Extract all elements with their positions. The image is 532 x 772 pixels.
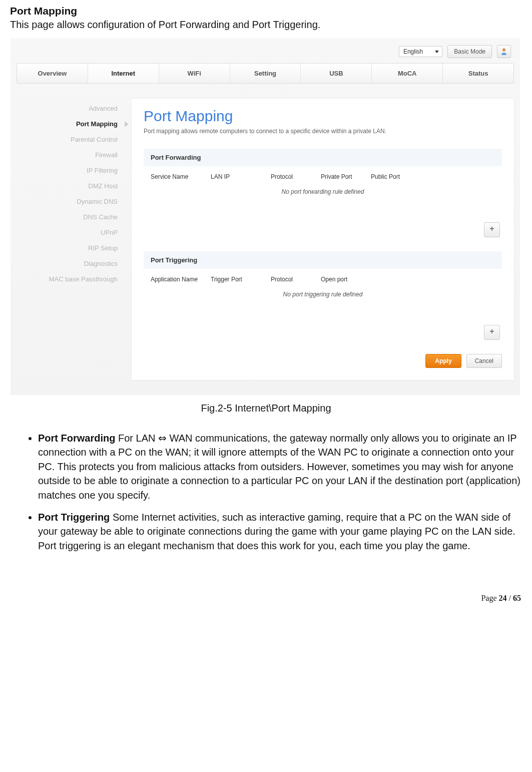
sidebar-item-dns-cache[interactable]: DNS Cache <box>17 209 122 225</box>
col-private-port: Private Port <box>321 173 366 180</box>
add-port-forwarding-button[interactable]: + <box>484 222 500 237</box>
nav-moca[interactable]: MoCA <box>372 64 443 83</box>
col-lan-ip: LAN IP <box>211 173 266 180</box>
bullet-port-forwarding: Port Forwarding For LAN ⇔ WAN communicat… <box>38 431 522 502</box>
nav-setting[interactable]: Setting <box>230 64 301 83</box>
main-nav: Overview Internet WiFi Setting USB MoCA … <box>17 63 514 84</box>
sidebar-item-ip-filtering[interactable]: IP Filtering <box>17 163 122 178</box>
bullet-lead: Port Forwarding <box>38 433 118 444</box>
main-panel: Port Mapping Port mapping allows remote … <box>132 99 514 380</box>
section-title: Port Mapping <box>10 5 522 17</box>
footer-sep: / <box>507 594 513 602</box>
footer-page-current: 24 <box>499 594 507 602</box>
plus-icon: + <box>489 327 494 335</box>
page-title: Port Mapping <box>144 108 502 125</box>
add-port-triggering-button[interactable]: + <box>484 325 500 340</box>
sidebar-item-port-mapping[interactable]: Port Mapping <box>17 116 122 132</box>
footer-page-total: 65 <box>513 594 521 602</box>
col-trigger-port: Trigger Port <box>211 276 266 283</box>
language-select[interactable]: English <box>399 46 442 57</box>
plus-icon: + <box>489 224 494 233</box>
nav-status[interactable]: Status <box>443 64 513 83</box>
sidebar-item-upnp[interactable]: UPnP <box>17 225 122 240</box>
col-protocol: Protocol <box>271 173 316 180</box>
port-forwarding-heading: Port Forwarding <box>144 149 502 166</box>
col-service-name: Service Name <box>151 173 206 180</box>
sidebar-item-dmz-host[interactable]: DMZ Host <box>17 178 122 194</box>
sidebar-item-mac-passthrough[interactable]: MAC base Passthrough <box>17 271 122 287</box>
cancel-button[interactable]: Cancel <box>466 354 502 368</box>
top-bar: English Basic Mode <box>11 38 520 63</box>
sidebar-item-rip-setup[interactable]: RIP Setup <box>17 240 122 256</box>
svg-point-0 <box>502 49 505 52</box>
apply-button[interactable]: Apply <box>425 354 461 368</box>
bullet-port-triggering: Port Triggering Some Internet activities… <box>38 510 522 553</box>
nav-usb[interactable]: USB <box>301 64 372 83</box>
router-admin-screenshot: English Basic Mode Overview Internet WiF… <box>10 38 520 396</box>
bullet-lead: Port Triggering <box>38 512 113 523</box>
figure-caption: Fig.2-5 Internet\Port Mapping <box>10 403 522 414</box>
page-footer: Page 24 / 65 <box>0 581 532 608</box>
footer-prefix: Page <box>481 594 498 602</box>
sidebar-item-parental-control[interactable]: Parental Control <box>17 132 122 147</box>
col-protocol-2: Protocol <box>271 276 316 283</box>
page-description: Port mapping allows remote computers to … <box>144 128 502 135</box>
port-triggering-columns: Application Name Trigger Port Protocol O… <box>144 269 502 286</box>
sidebar: Advanced Port Mapping Parental Control F… <box>17 99 122 380</box>
basic-mode-button[interactable]: Basic Mode <box>447 45 492 58</box>
description-list: Port Forwarding For LAN ⇔ WAN communicat… <box>10 431 522 553</box>
port-triggering-empty: No port triggering rule defined <box>144 286 502 323</box>
chevron-down-icon <box>435 51 439 53</box>
sidebar-item-dynamic-dns[interactable]: Dynamic DNS <box>17 194 122 209</box>
nav-wifi[interactable]: WiFi <box>159 64 230 83</box>
user-account-button[interactable] <box>497 45 511 58</box>
sidebar-item-advanced[interactable]: Advanced <box>17 101 122 116</box>
port-forwarding-panel: Port Forwarding Service Name LAN IP Prot… <box>144 149 502 237</box>
col-open-port: Open port <box>321 276 366 283</box>
language-value: English <box>403 48 423 55</box>
col-public-port: Public Port <box>371 173 416 180</box>
sidebar-item-diagnostics[interactable]: Diagnostics <box>17 256 122 271</box>
nav-internet[interactable]: Internet <box>88 64 159 83</box>
port-forwarding-empty: No port forwarding rule defined <box>144 183 502 220</box>
port-triggering-panel: Port Triggering Application Name Trigger… <box>144 251 502 340</box>
port-triggering-heading: Port Triggering <box>144 251 502 269</box>
nav-overview[interactable]: Overview <box>17 64 88 83</box>
col-application-name: Application Name <box>151 276 206 283</box>
form-actions: Apply Cancel <box>144 354 502 368</box>
sidebar-item-firewall[interactable]: Firewall <box>17 147 122 163</box>
port-forwarding-columns: Service Name LAN IP Protocol Private Por… <box>144 166 502 183</box>
user-icon <box>500 48 507 56</box>
section-subtitle: This page allows configuration of Port F… <box>10 19 522 31</box>
